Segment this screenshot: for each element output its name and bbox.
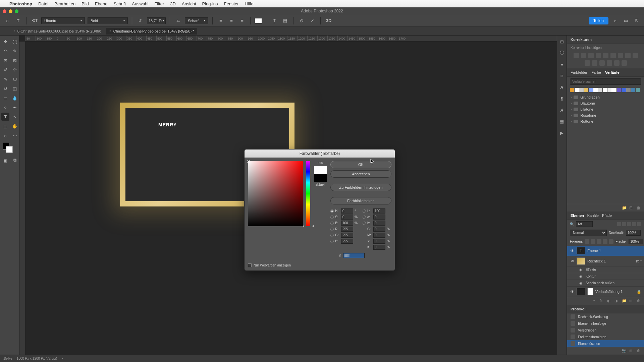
gradient-folder[interactable]: Rosatöne (567, 112, 644, 118)
b2-input[interactable] (341, 239, 353, 244)
new-gradient-icon[interactable]: ⊞ (629, 205, 634, 210)
menu-datei[interactable]: Datei (38, 1, 48, 6)
text-orientation-icon[interactable]: ⟲T (31, 17, 39, 25)
adjustments-icon[interactable]: ≡ (559, 62, 565, 67)
gradient-preset[interactable] (598, 88, 602, 92)
font-weight-select[interactable]: Bold▾ (88, 17, 128, 24)
new-current-swatch[interactable] (314, 166, 327, 181)
fill-input[interactable] (629, 239, 643, 244)
brightness-icon[interactable] (574, 53, 579, 58)
s-input[interactable] (341, 215, 353, 220)
layer-mask-icon[interactable]: ◐ (607, 299, 612, 303)
gradient-preset[interactable] (593, 88, 598, 92)
antialias-select[interactable]: Scharf▾ (185, 17, 208, 24)
horizontal-ruler[interactable]: 5010015005010015020025030035040045050055… (25, 36, 557, 42)
search-icon[interactable]: ⌕ (611, 17, 619, 25)
g-input[interactable] (341, 233, 353, 238)
lock-artboard-icon[interactable] (603, 239, 607, 244)
fx-badge[interactable]: fx ˄ (636, 259, 641, 263)
character-icon[interactable]: A (559, 84, 565, 90)
quickmask-icon[interactable]: ▣ (1, 156, 9, 164)
b2-radio[interactable] (330, 240, 334, 243)
curves-icon[interactable] (588, 53, 594, 58)
more-tools-icon[interactable]: ⋯ (11, 131, 19, 139)
properties-icon[interactable]: ⊞ (559, 39, 565, 44)
layer-rechteck-1[interactable]: 👁 Rechteck 1 fx ˄ (567, 256, 644, 266)
layer-fx-icon[interactable]: fx (600, 299, 604, 303)
gradient-preset[interactable] (622, 88, 626, 92)
link-layers-icon[interactable]: ⚭ (592, 299, 597, 303)
effect-schein[interactable]: ◉Schein nach außen (567, 280, 644, 287)
snapshot-icon[interactable]: 📷 (622, 349, 627, 353)
marquee-tool-icon[interactable]: ◯ (11, 38, 19, 46)
zoom-level[interactable]: 154% (3, 357, 12, 360)
menu-auswahl[interactable]: Auswahl (132, 1, 148, 6)
hand-tool-icon[interactable]: ✋ (11, 122, 19, 130)
menu-bild[interactable]: Bild (82, 1, 89, 6)
l-input[interactable] (373, 208, 385, 214)
history-item[interactable]: Ebenenreihenfolge (567, 320, 644, 327)
tab-farbfelder[interactable]: Farbfelder (571, 70, 587, 74)
paragraph-icon[interactable]: ¶ (559, 96, 565, 101)
l-radio[interactable] (363, 209, 366, 213)
close-window-icon[interactable] (3, 9, 6, 13)
visibility-icon[interactable]: 👁 (570, 290, 575, 294)
new-folder-icon[interactable]: 📁 (622, 205, 627, 210)
blend-mode-select[interactable]: Normal (570, 230, 607, 236)
new-state-icon[interactable]: ⊞ (629, 349, 634, 353)
channel-mixer-icon[interactable] (633, 53, 638, 58)
screenmode-icon[interactable]: ⧉ (11, 156, 19, 164)
c-input[interactable] (373, 227, 385, 232)
gradient-preset[interactable] (584, 88, 588, 92)
home-icon[interactable]: ⌂ (3, 17, 11, 25)
tab-kanale[interactable]: Kanäle (587, 214, 599, 218)
adjustments-panel-header[interactable]: Korrekturen (567, 36, 644, 44)
gradient-folder[interactable]: Lilatöne (567, 106, 644, 112)
delete-layer-icon[interactable]: 🗑 (637, 299, 641, 303)
layer-filter-input[interactable] (576, 221, 593, 227)
document-tab-1[interactable]: ×8-Christmas-Sale-800x600.psd bei 154% (… (10, 28, 105, 35)
gradient-folder[interactable]: Rottöne (567, 118, 644, 124)
zoom-tool-icon[interactable]: ⌕ (1, 131, 9, 139)
m-input[interactable] (373, 233, 385, 238)
gradient-preset[interactable] (579, 88, 584, 92)
3d-icon[interactable]: 3D (325, 17, 333, 25)
history-item[interactable]: Verschieben (567, 327, 644, 334)
lock-position-icon[interactable] (597, 239, 601, 244)
dodge-tool-icon[interactable]: ○ (1, 103, 9, 111)
bb-radio[interactable] (363, 222, 366, 225)
bv-input[interactable] (341, 221, 353, 226)
gradient-preset[interactable] (607, 88, 612, 92)
effect-kontur[interactable]: ◉Kontur (567, 273, 644, 280)
status-more-icon[interactable]: › (62, 357, 63, 360)
tab-verlaufe[interactable]: Verläufe (605, 70, 620, 74)
r-radio[interactable] (330, 228, 334, 231)
align-left-icon[interactable]: ≡ (217, 17, 225, 25)
lock-pixels-icon[interactable] (591, 239, 595, 244)
add-swatch-button[interactable]: Zu Farbfeldern hinzufügen (330, 184, 391, 191)
gradient-preset[interactable] (631, 88, 635, 92)
background-swatch[interactable] (6, 146, 13, 153)
gradient-preset[interactable] (589, 88, 593, 92)
layer-ebene-1[interactable]: 👁 T Ebene 1 (567, 246, 644, 256)
commit-icon[interactable]: ✓ (308, 17, 316, 25)
g-radio[interactable] (330, 234, 334, 237)
wand-tool-icon[interactable]: ✎ (11, 47, 19, 55)
a-radio[interactable] (363, 216, 366, 219)
hue-slider[interactable] (306, 161, 310, 226)
ok-button[interactable]: OK (330, 161, 391, 168)
new-group-icon[interactable]: 📁 (622, 299, 627, 303)
history-item[interactable]: Ebene löschen (567, 340, 644, 347)
align-center-icon[interactable]: ≡ (227, 17, 235, 25)
k-input[interactable] (373, 245, 385, 250)
eyedropper-tool-icon[interactable]: ✐ (1, 66, 9, 74)
maximize-window-icon[interactable] (15, 9, 18, 13)
play-icon[interactable]: ▶ (559, 130, 565, 135)
type-tool-icon[interactable]: T (1, 113, 9, 121)
gradient-search-input[interactable] (570, 78, 641, 85)
font-family-select[interactable]: Ubuntu▾ (41, 17, 85, 24)
close-tab-icon[interactable]: × (109, 29, 111, 33)
shape-tool-icon[interactable]: ▢ (1, 122, 9, 130)
stamp-tool-icon[interactable]: ⬡ (11, 75, 19, 83)
menu-schrift[interactable]: Schrift (113, 1, 126, 6)
